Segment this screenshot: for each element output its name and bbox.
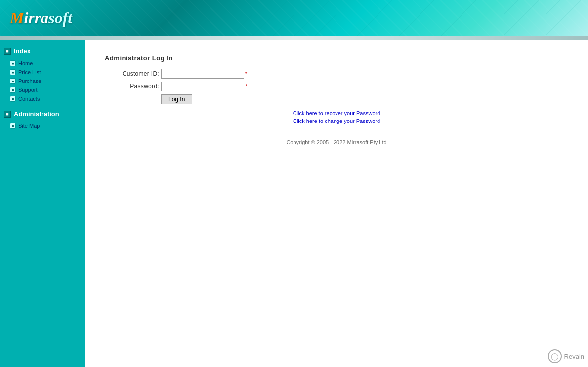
admin-section-label: Administration bbox=[14, 110, 59, 118]
home-bullet: ■ bbox=[10, 60, 16, 66]
sidebar-item-sitemap[interactable]: ■ Site Map bbox=[0, 122, 85, 130]
header-stripe bbox=[0, 36, 588, 40]
sitemap-bullet: ■ bbox=[10, 123, 16, 129]
copyright-text: Copyright © 2005 - 2022 Mirrasoft Pty Lt… bbox=[286, 139, 386, 145]
login-button-row: Log In bbox=[161, 94, 578, 104]
login-links: Click here to recover your Password Clic… bbox=[105, 110, 578, 124]
logo-soft: soft bbox=[48, 9, 72, 27]
pricelist-bullet: ■ bbox=[10, 69, 16, 75]
sidebar: ■ Index ■ Home ■ Price List ■ Purchase ■… bbox=[0, 40, 85, 367]
header: Mirrasoft bbox=[0, 0, 588, 36]
layout: ■ Index ■ Home ■ Price List ■ Purchase ■… bbox=[0, 40, 588, 367]
sitemap-label: Site Map bbox=[18, 123, 40, 129]
index-section-label: Index bbox=[14, 47, 31, 55]
pricelist-label: Price List bbox=[18, 69, 41, 75]
login-container: Administrator Log In Customer ID: * Pass… bbox=[105, 54, 578, 124]
index-items: ■ Home ■ Price List ■ Purchase ■ Support… bbox=[0, 58, 85, 107]
contacts-bullet: ■ bbox=[10, 96, 16, 102]
sidebar-item-purchase[interactable]: ■ Purchase bbox=[0, 77, 85, 85]
revain-watermark: ◯ Revain bbox=[548, 349, 584, 363]
sidebar-index-header: ■ Index bbox=[0, 44, 85, 58]
login-title: Administrator Log In bbox=[105, 54, 578, 62]
sidebar-item-contacts[interactable]: ■ Contacts bbox=[0, 94, 85, 103]
admin-items: ■ Site Map bbox=[0, 121, 85, 134]
admin-section-icon: ■ bbox=[4, 111, 11, 118]
change-password-link[interactable]: Click here to change your Password bbox=[95, 118, 578, 124]
logo: Mirrasoft bbox=[0, 4, 82, 32]
sidebar-item-home[interactable]: ■ Home bbox=[0, 59, 85, 68]
customer-id-required: * bbox=[245, 71, 247, 77]
recover-password-link[interactable]: Click here to recover your Password bbox=[95, 110, 578, 116]
password-required: * bbox=[245, 83, 247, 89]
purchase-bullet: ■ bbox=[10, 78, 16, 84]
logo-irra: irra bbox=[24, 9, 48, 27]
logo-text: Mirrasoft bbox=[10, 9, 72, 27]
purchase-label: Purchase bbox=[18, 78, 41, 84]
customer-id-input[interactable] bbox=[161, 69, 244, 79]
sidebar-item-pricelist[interactable]: ■ Price List bbox=[0, 68, 85, 77]
password-row: Password: * bbox=[105, 82, 578, 91]
footer: Copyright © 2005 - 2022 Mirrasoft Pty Lt… bbox=[95, 134, 578, 150]
support-label: Support bbox=[18, 87, 38, 93]
customer-id-label: Customer ID: bbox=[105, 70, 159, 77]
support-bullet: ■ bbox=[10, 87, 16, 93]
revain-label: Revain bbox=[564, 353, 584, 360]
password-label: Password: bbox=[105, 83, 159, 90]
logo-m: M bbox=[10, 9, 24, 27]
sidebar-item-support[interactable]: ■ Support bbox=[0, 85, 85, 94]
revain-icon: ◯ bbox=[548, 349, 562, 363]
sidebar-admin-header: ■ Administration bbox=[0, 107, 85, 121]
home-label: Home bbox=[18, 60, 33, 66]
main-content: Administrator Log In Customer ID: * Pass… bbox=[85, 40, 588, 367]
index-section-icon: ■ bbox=[4, 48, 11, 55]
contacts-label: Contacts bbox=[18, 96, 40, 102]
login-button[interactable]: Log In bbox=[161, 94, 192, 104]
customer-id-row: Customer ID: * bbox=[105, 69, 578, 79]
password-input[interactable] bbox=[161, 82, 244, 91]
